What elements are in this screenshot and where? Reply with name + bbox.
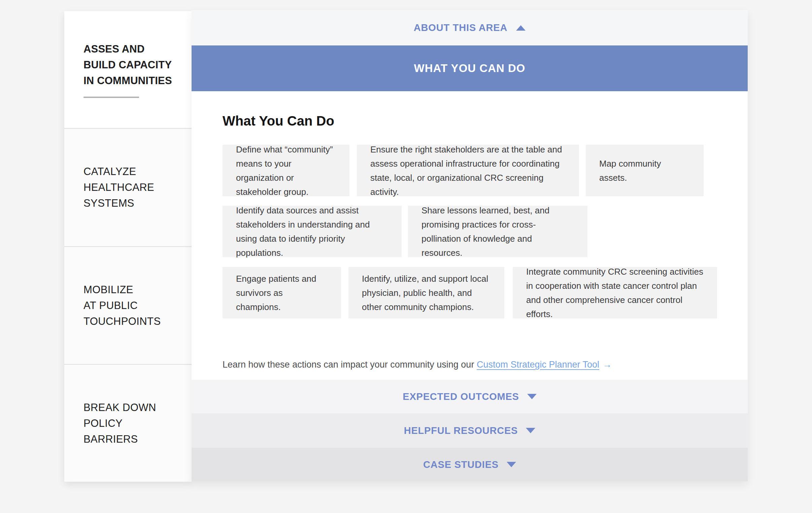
sidebar-item-label: CATALYZE HEALTHCARE SYSTEMS [84,164,180,211]
accordion-label: CASE STUDIES [423,459,499,470]
sidebar-item-label: BREAK DOWN POLICY BARRIERS [84,400,180,447]
main-panel: ABOUT THIS AREA WHAT YOU CAN DO What You… [192,10,748,481]
card-row: Engage patients and survivors as champio… [223,267,717,318]
action-card: Engage patients and survivors as champio… [223,267,341,318]
sidebar: ASSES AND BUILD CAPACITY IN COMMUNITIES … [64,11,192,482]
action-card: Integrate community CRC screening activi… [513,267,717,318]
banner-label: WHAT YOU CAN DO [414,62,525,75]
planner-tool-sentence-prefix: Learn how these actions can impact your … [223,360,477,370]
action-card-text: Integrate community CRC screening activi… [526,264,704,321]
action-card: Map community assets. [586,145,704,196]
what-you-can-do-header[interactable]: WHAT YOU CAN DO [192,46,748,91]
action-card-text: Ensure the right stakeholders are at the… [370,142,566,199]
accordion-expected-outcomes[interactable]: EXPECTED OUTCOMES [192,380,748,414]
page: ASSES AND BUILD CAPACITY IN COMMUNITIES … [0,0,812,513]
card-row: Identify data sources and assist stakeho… [223,206,717,257]
chevron-up-icon [516,25,525,31]
card-row: Define what “community” means to your or… [223,145,717,196]
accordion-helpful-resources[interactable]: HELPFUL RESOURCES [192,414,748,448]
accordion-about-this-area[interactable]: ABOUT THIS AREA [192,10,748,46]
sidebar-item-catalyze-healthcare-systems[interactable]: CATALYZE HEALTHCARE SYSTEMS [64,129,192,247]
action-card-text: Share lessons learned, best, and promisi… [422,203,574,260]
action-card: Share lessons learned, best, and promisi… [408,206,587,257]
sidebar-item-assess-and-build-capacity[interactable]: ASSES AND BUILD CAPACITY IN COMMUNITIES [64,11,192,129]
sidebar-item-label: ASSES AND BUILD CAPACITY IN COMMUNITIES [84,41,180,88]
action-card: Ensure the right stakeholders are at the… [357,145,579,196]
panel-heading: What You Can Do [223,113,717,129]
sidebar-item-label: MOBILIZE AT PUBLIC TOUCHPOINTS [84,282,180,329]
custom-strategic-planner-tool-link[interactable]: Custom Strategic Planner Tool [477,360,599,370]
accordion-label: HELPFUL RESOURCES [404,425,518,436]
chevron-down-icon [527,394,536,399]
active-item-underline [84,96,139,98]
action-card-text: Map community assets. [599,156,690,185]
action-card: Define what “community” means to your or… [223,145,349,196]
action-card: Identify, utilize, and support local phy… [348,267,504,318]
what-you-can-do-panel: What You Can Do Define what “community” … [192,91,748,380]
planner-tool-sentence: Learn how these actions can impact your … [223,357,717,372]
accordion-label: ABOUT THIS AREA [414,22,508,33]
action-card-text: Identify data sources and assist stakeho… [236,203,388,260]
chevron-down-icon [507,462,516,467]
action-card-text: Identify, utilize, and support local phy… [362,272,491,314]
arrow-right-icon: → [603,357,612,372]
sidebar-item-mobilize-at-public-touchpoints[interactable]: MOBILIZE AT PUBLIC TOUCHPOINTS [64,247,192,365]
accordion-label: EXPECTED OUTCOMES [403,391,519,402]
action-card-text: Engage patients and survivors as champio… [236,272,327,314]
action-card-text: Define what “community” means to your or… [236,142,336,199]
accordion-case-studies[interactable]: CASE STUDIES [192,448,748,481]
action-card: Identify data sources and assist stakeho… [223,206,402,257]
sidebar-item-break-down-policy-barriers[interactable]: BREAK DOWN POLICY BARRIERS [64,365,192,482]
chevron-down-icon [526,428,535,433]
